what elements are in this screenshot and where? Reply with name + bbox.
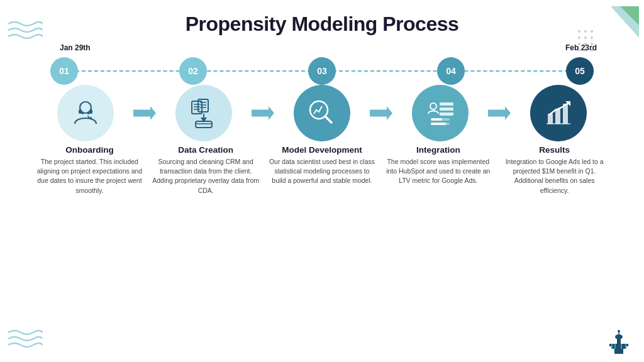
step-icon-wrap-1: [38, 85, 133, 141]
capitol-logo: [603, 326, 635, 357]
svg-point-4: [591, 30, 593, 33]
icon-circle-5: [530, 85, 587, 141]
timeline-track: 01 02 03 04 05: [25, 57, 619, 85]
svg-rect-34: [440, 112, 453, 116]
search-chart-icon: [305, 96, 340, 131]
svg-rect-33: [440, 107, 453, 111]
integration-icon: [423, 96, 458, 131]
step-desc-2: Sourcing and cleaning CRM and transactio…: [152, 157, 260, 195]
step-node-4: 04: [437, 57, 465, 85]
svg-rect-51: [611, 344, 613, 349]
step-node-1: 01: [50, 57, 78, 85]
svg-rect-52: [614, 344, 616, 349]
svg-point-5: [578, 36, 580, 39]
svg-rect-16: [89, 109, 92, 114]
arrow-2: [252, 104, 274, 122]
person-icon: [70, 97, 101, 129]
arrow-shape-2: [252, 106, 274, 120]
step-icon-wrap-5: [511, 85, 606, 141]
icon-circle-2: [175, 85, 232, 141]
page: Propensity Modeling Process Jan 29th Feb…: [0, 0, 644, 362]
deco-waves-top-left: [5, 19, 43, 41]
svg-rect-54: [625, 344, 626, 349]
step-node-3: 03: [308, 57, 336, 85]
step-text-3: Model Development Our data scientist use…: [265, 145, 379, 195]
step-title-2: Data Creation: [152, 145, 260, 155]
svg-rect-36: [431, 118, 442, 121]
step-node-5: 05: [566, 57, 594, 85]
svg-line-30: [325, 116, 331, 123]
timeline-dates: Jan 29th Feb 23rd: [25, 43, 619, 57]
svg-point-3: [584, 30, 587, 33]
icon-circle-4: [412, 85, 469, 141]
svg-point-31: [430, 103, 436, 109]
step-node-2: 02: [179, 57, 207, 85]
step-desc-1: The project started. This included align…: [35, 157, 144, 195]
arrow-shape-3: [370, 106, 392, 120]
arrow-4: [488, 104, 511, 122]
svg-rect-32: [440, 102, 453, 106]
step-text-2: Data Creation Sourcing and cleaning CRM …: [149, 145, 263, 195]
results-icon: [541, 96, 576, 131]
svg-rect-39: [548, 114, 553, 124]
deco-waves-bottom-left: [5, 327, 43, 349]
step-desc-3: Our data scientist used best in class st…: [268, 157, 377, 186]
svg-rect-53: [621, 344, 622, 349]
data-icon: [187, 96, 221, 131]
step-text-1: Onboarding The project started. This inc…: [33, 145, 147, 195]
step-icon-wrap-3: [274, 85, 370, 141]
icons-row: [25, 85, 619, 141]
step-icon-wrap-2: [156, 85, 252, 141]
arrow-shape-1: [133, 106, 156, 120]
svg-rect-40: [555, 109, 560, 124]
svg-point-50: [618, 330, 620, 332]
page-title: Propensity Modeling Process: [25, 13, 619, 36]
step-text-4: Integration The model score was implemen…: [381, 145, 495, 195]
step-desc-4: The model score was implemented into Hub…: [384, 157, 492, 186]
arrow-shape-4: [488, 106, 511, 120]
date-start: Jan 29th: [60, 43, 91, 52]
text-row: Onboarding The project started. This inc…: [25, 145, 619, 195]
step-icon-wrap-4: [392, 85, 488, 141]
svg-rect-15: [79, 109, 82, 114]
step-title-5: Results: [500, 145, 609, 155]
arrow-3: [370, 104, 392, 122]
icon-circle-3: [294, 85, 350, 141]
svg-point-7: [591, 36, 593, 39]
step-title-3: Model Development: [268, 145, 377, 155]
step-title-1: Onboarding: [35, 145, 144, 155]
step-desc-5: Integration to Google Ads led to a proje…: [500, 157, 609, 195]
svg-point-6: [584, 36, 587, 39]
arrow-1: [133, 104, 156, 122]
svg-point-2: [578, 30, 580, 33]
date-end: Feb 23rd: [565, 43, 597, 52]
step-title-4: Integration: [384, 145, 492, 155]
svg-rect-38: [431, 123, 446, 125]
icon-circle-1: [57, 85, 114, 141]
track-nodes: 01 02 03 04 05: [25, 57, 619, 85]
step-text-5: Results Integration to Google Ads led to…: [497, 145, 611, 195]
